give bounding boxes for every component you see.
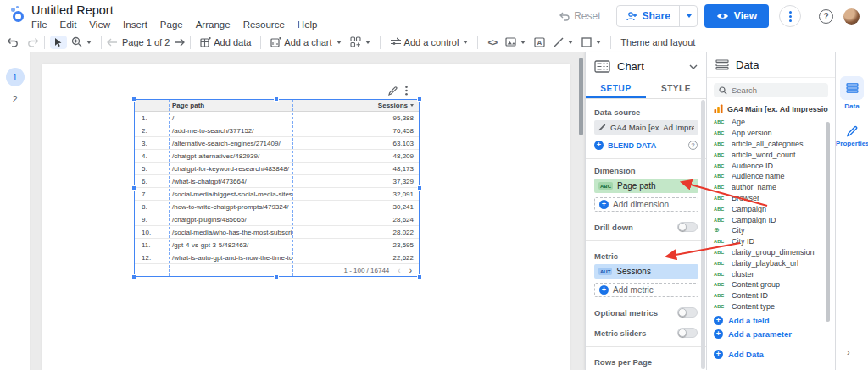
embed-button[interactable]: <> [483, 36, 501, 49]
image-tool-button[interactable] [501, 36, 530, 48]
divider [260, 36, 261, 49]
search-input[interactable] [732, 86, 816, 95]
add-a-chart-button[interactable]: Add a chart [266, 36, 345, 49]
sessions-header[interactable]: Sessions [292, 102, 419, 109]
collapse-panel-chevron[interactable]: › [847, 347, 850, 357]
avatar[interactable] [843, 8, 860, 25]
view-button[interactable]: View [704, 4, 769, 28]
table-chart[interactable]: Page path Sessions 1./95,3882./add-me-to… [134, 99, 420, 277]
chart-panel-scrollbar[interactable] [701, 100, 705, 369]
field-campaign[interactable]: ABCCampaign [707, 203, 835, 214]
edit-pencil-icon[interactable] [388, 86, 398, 96]
field-search[interactable] [714, 83, 828, 97]
field-article-all-categories[interactable]: ABCarticle_all_categories [707, 139, 835, 150]
page-thumbnail-2[interactable]: 2 [6, 90, 25, 108]
drill-down-toggle[interactable] [677, 222, 698, 232]
chart-more-options-icon[interactable] [405, 86, 408, 96]
field-age[interactable]: ABCAge [707, 117, 835, 128]
menu-edit[interactable]: Edit [60, 19, 77, 30]
report-title[interactable]: Untitled Report [31, 3, 114, 17]
add-a-control-button[interactable]: Add a control [386, 36, 473, 49]
add-data-button[interactable]: + Add Data [707, 350, 835, 359]
select-tool-button[interactable] [50, 36, 67, 49]
field-app-version[interactable]: ABCApp version [707, 128, 835, 139]
field-city[interactable]: ⊕City [707, 225, 835, 236]
menu-help[interactable]: Help [298, 19, 318, 30]
page-path-header[interactable]: Page path [169, 102, 292, 109]
chevron-down-icon[interactable] [689, 64, 698, 69]
share-dropdown[interactable] [679, 6, 697, 26]
field-clarity-group-dimension[interactable]: ABCclarity_group_dimension [707, 247, 835, 258]
metric-chip-sessions[interactable]: AUT Sessions [594, 264, 698, 279]
field-city-id[interactable]: ABCCity ID [707, 236, 835, 247]
tab-style[interactable]: STYLE [646, 80, 706, 98]
share-button[interactable]: Share [616, 5, 698, 27]
add-metric-button[interactable]: + Add metric [594, 283, 698, 297]
theme-and-layout-button[interactable]: Theme and layout [616, 36, 699, 49]
more-options-button[interactable] [779, 5, 801, 27]
chart-panel-header[interactable]: Chart [586, 52, 706, 80]
redo-icon[interactable] [27, 37, 39, 47]
blend-data-button[interactable]: BLEND DATA [608, 141, 684, 150]
community-visualizations-button[interactable] [346, 35, 375, 49]
zoom-tool-button[interactable] [67, 35, 96, 49]
resize-handle[interactable] [417, 97, 422, 102]
undo-icon[interactable] [7, 37, 19, 47]
next-page-icon[interactable] [174, 38, 185, 47]
add-a-field-button[interactable]: + Add a field [707, 316, 835, 325]
data-source-chip[interactable]: GA4 Main [ex. Ad Impressio... [594, 120, 698, 135]
help-button[interactable]: ? [819, 9, 833, 24]
add-a-parameter-button[interactable]: + Add a parameter [707, 329, 835, 339]
resize-handle[interactable] [417, 274, 422, 279]
field-article-word-count[interactable]: ABCarticle_word_count [707, 149, 835, 160]
resize-handle[interactable] [131, 274, 136, 279]
canvas-scrollbar[interactable] [579, 58, 583, 135]
prev-page-icon[interactable]: ‹ [398, 267, 400, 275]
resize-handle[interactable] [274, 274, 279, 279]
menu-resource[interactable]: Resource [243, 19, 285, 30]
menu-arrange[interactable]: Arrange [196, 19, 231, 30]
field-audience-id[interactable]: ABCAudience ID [707, 160, 835, 171]
looker-studio-logo-icon[interactable] [10, 6, 27, 23]
menu-page[interactable]: Page [160, 19, 183, 30]
page-thumbnail-1[interactable]: 1 [6, 68, 25, 86]
metric-sliders-toggle[interactable] [677, 328, 698, 338]
rail-properties-button[interactable] [836, 125, 868, 137]
field-audience-name[interactable]: ABCAudience name [707, 171, 835, 182]
optional-metrics-toggle[interactable] [677, 307, 698, 318]
next-page-icon[interactable]: › [409, 267, 412, 275]
field-clarity-playback-url[interactable]: ABCclarity_playback_url [707, 257, 835, 268]
edit-pencil-icon[interactable] [598, 124, 606, 131]
page-indicator[interactable]: Page 1 of 2 [118, 36, 174, 49]
resize-handle[interactable] [131, 97, 136, 102]
field-content-type[interactable]: ABCContent type [707, 301, 835, 312]
data-source-row[interactable]: GA4 Main [ex. Ad Impressions] [714, 104, 828, 113]
add-data-button[interactable]: Add data [196, 36, 255, 49]
field-cluster[interactable]: ABCcluster [707, 268, 835, 279]
dimension-chip-page-path[interactable]: ABC Page path [594, 179, 698, 193]
field-browser[interactable]: ABCBrowser [707, 193, 835, 204]
field-author-name[interactable]: ABCauthor_name [707, 182, 835, 193]
menu-view[interactable]: View [89, 19, 110, 30]
reset-button[interactable]: Reset [559, 10, 600, 22]
field-list-scrollbar[interactable] [826, 122, 830, 322]
resize-handle[interactable] [131, 185, 136, 191]
tab-setup[interactable]: SETUP [586, 80, 646, 98]
help-icon[interactable]: ? [688, 141, 698, 150]
table-row: 4./chatgpt-alternatives/482939/48,209 [135, 150, 419, 163]
field-content-group[interactable]: ABCContent group [707, 279, 835, 290]
previous-page-icon[interactable] [107, 38, 118, 47]
text-tool-button[interactable]: A [530, 36, 549, 49]
resize-handle[interactable] [417, 185, 422, 191]
rail-data-button[interactable] [840, 76, 864, 100]
resize-handle[interactable] [274, 97, 279, 102]
menu-file[interactable]: File [31, 19, 47, 30]
reset-label: Reset [574, 10, 600, 22]
add-dimension-button[interactable]: + Add dimension [594, 197, 698, 212]
shape-tool-button[interactable] [577, 36, 605, 49]
field-campaign-id[interactable]: ABCCampaign ID [707, 214, 835, 225]
toggle-knob [678, 223, 687, 231]
line-tool-button[interactable] [549, 36, 577, 49]
field-content-id[interactable]: ABCContent ID [707, 290, 835, 301]
menu-insert[interactable]: Insert [123, 19, 147, 30]
